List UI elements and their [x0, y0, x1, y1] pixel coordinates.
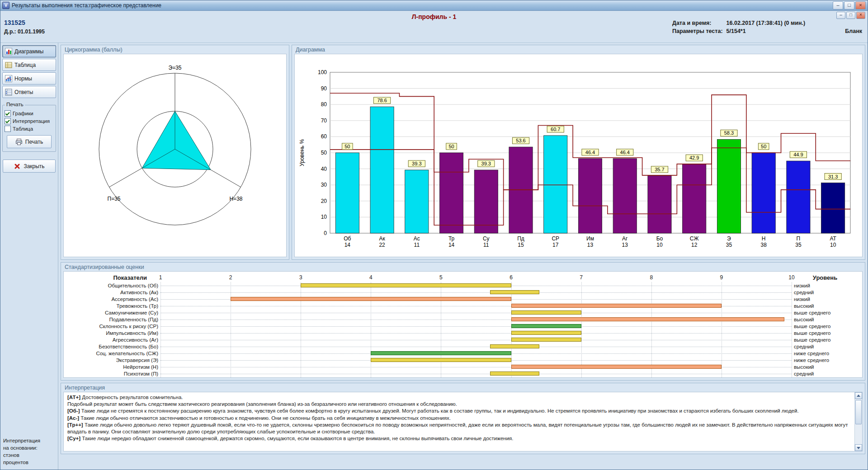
x-label: Ак	[379, 235, 385, 242]
patient-birthdate: Д.р.: 01.01.1995	[4, 28, 45, 35]
checkbox-box	[5, 118, 11, 124]
interpretation-caption: Интерпретация	[65, 385, 105, 391]
interpretation-basis-note: Интерпретация на основании: стэнов проце…	[2, 437, 56, 466]
svg-text:50: 50	[321, 150, 327, 156]
svg-text:78.6: 78.6	[377, 98, 387, 103]
minimize-button[interactable]: –	[836, 12, 845, 19]
sidebar-item-answers[interactable]: Ответы	[2, 86, 56, 98]
scale-tick: 4	[369, 274, 373, 281]
sten-track	[160, 282, 792, 289]
indicator-label: Подавленность (Пд)	[67, 317, 160, 322]
x-label: Об	[344, 235, 351, 242]
sten-track	[160, 363, 792, 370]
score-triangle	[142, 111, 211, 170]
bar-Бо	[648, 176, 671, 233]
y-axis-title: Уровень %	[299, 139, 305, 167]
sidebar-item-table[interactable]: Таблица	[2, 59, 56, 71]
blank-label: Бланк	[845, 28, 862, 34]
interpretation-line: [Тр++] Такие люди обычно довольно легко …	[67, 422, 851, 435]
svg-text:20: 20	[321, 198, 327, 204]
bar-Су	[474, 170, 498, 233]
bar-chart-icon	[5, 48, 12, 55]
checkbox-графики[interactable]: Графики	[5, 110, 54, 117]
svg-text:80: 80	[321, 101, 327, 108]
close-button[interactable]: ×	[856, 12, 865, 19]
interpretation-scrollbar[interactable]	[854, 392, 862, 451]
patient-block: 131525 Д.р.: 01.01.1995	[4, 19, 45, 35]
x-raw-score: 38	[760, 242, 767, 248]
circogram-panel: Циркограмма (баллы) Э=35Н=38П=35	[61, 45, 289, 260]
sten-track	[160, 323, 792, 329]
indicator-label: Общительность (Об)	[67, 283, 160, 288]
maximize-button[interactable]: □	[844, 1, 854, 9]
sten-track	[160, 370, 792, 377]
level-label: низкий	[792, 296, 859, 302]
std-row: Экстраверсия (Э)ниже среднего	[67, 357, 859, 363]
axis-label-n: Н=38	[229, 196, 242, 202]
sten-track	[160, 350, 792, 357]
scroll-up-button[interactable]	[855, 392, 862, 399]
sten-track	[160, 309, 792, 316]
sten-track	[160, 289, 792, 296]
std-row: Тревожность (Тр)высокий	[67, 302, 859, 309]
x-label: Н	[762, 235, 766, 242]
bar-СЖ	[683, 164, 706, 233]
checkbox-label: Интерпретация	[13, 118, 50, 124]
scrollbar-track[interactable]	[855, 399, 862, 444]
sten-bar	[511, 338, 581, 342]
sten-bar	[371, 358, 511, 362]
close-x-icon	[14, 163, 21, 170]
svg-text:60: 60	[321, 133, 327, 140]
bar-Ас	[405, 170, 429, 233]
checkbox-таблица[interactable]: Таблица	[5, 126, 54, 132]
sidebar-item-norms[interactable]: Нормы	[2, 72, 56, 85]
x-label: Пд	[517, 235, 524, 242]
std-row: Нейротизм (Н)высокий	[67, 363, 859, 370]
window-title: Результаты выполнения теста:графическое …	[12, 2, 161, 9]
close-button[interactable]: Закрыть	[3, 160, 56, 173]
svg-text:60.7: 60.7	[551, 127, 560, 132]
close-button[interactable]: ×	[855, 1, 866, 9]
bar-Ак	[370, 107, 394, 233]
x-label: Ас	[414, 235, 420, 242]
scale-tick: 10	[788, 274, 794, 281]
minimize-button[interactable]: –	[833, 1, 843, 9]
maximize-button[interactable]: □	[846, 12, 855, 19]
x-raw-score: 35	[795, 242, 802, 248]
header: Л-профиль - 1 131525 Д.р.: 01.01.1995 Да…	[0, 11, 868, 43]
standardized-rows: Общительность (Об)низкийАктивность (Ак)с…	[67, 282, 859, 378]
svg-text:10: 10	[321, 214, 327, 220]
scroll-down-button[interactable]	[855, 444, 862, 451]
scrollbar-thumb[interactable]	[855, 400, 862, 424]
checkbox-label: Таблица	[13, 126, 33, 132]
bar-П	[787, 161, 810, 233]
app-window: V Результаты выполнения теста:графическо…	[0, 0, 868, 470]
sidebar-item-bar-chart[interactable]: Диаграммы	[2, 45, 56, 57]
x-label: СР	[552, 235, 559, 242]
svg-text:30: 30	[321, 182, 327, 188]
bar-СР	[544, 136, 567, 233]
sten-track	[160, 302, 792, 309]
checkbox-интерпретация[interactable]: Интерпретация	[5, 118, 54, 124]
print-button[interactable]: Печать	[7, 135, 52, 148]
sidebar-item-label: Нормы	[14, 75, 32, 82]
indicator-label: Атипичность ответов (АТ)	[67, 378, 160, 378]
std-row: Склонность к риску (СР)выше среднего	[67, 323, 859, 329]
datetime-value: 16.02.2017 (17:38:41) (0 мин.)	[726, 20, 806, 26]
svg-text:40: 40	[321, 166, 327, 172]
std-row: Безответственность (Бо)средний	[67, 343, 859, 350]
x-label: Бо	[656, 235, 663, 242]
interpretation-box: [АТ+] Достоверность результатов сомнител…	[63, 392, 863, 451]
sidebar-item-label: Диаграммы	[14, 48, 43, 55]
indicator-label: Безответственность (Бо)	[67, 344, 160, 349]
sten-bar	[301, 283, 511, 287]
interpretation-line: [АТ+] Достоверность результатов сомнител…	[67, 394, 851, 401]
scale-ticks: 12345678910	[160, 273, 792, 282]
titlebar: V Результаты выполнения теста:графическо…	[0, 0, 868, 11]
level-label: выше среднего	[792, 324, 859, 329]
circogram-area: Э=35Н=38П=35	[63, 54, 287, 257]
svg-text:50: 50	[761, 144, 766, 149]
level-label: ниже среднего	[792, 357, 859, 363]
x-label: АТ	[830, 235, 836, 242]
interpretation-line: Подобный результат может быть следствием…	[67, 401, 851, 408]
